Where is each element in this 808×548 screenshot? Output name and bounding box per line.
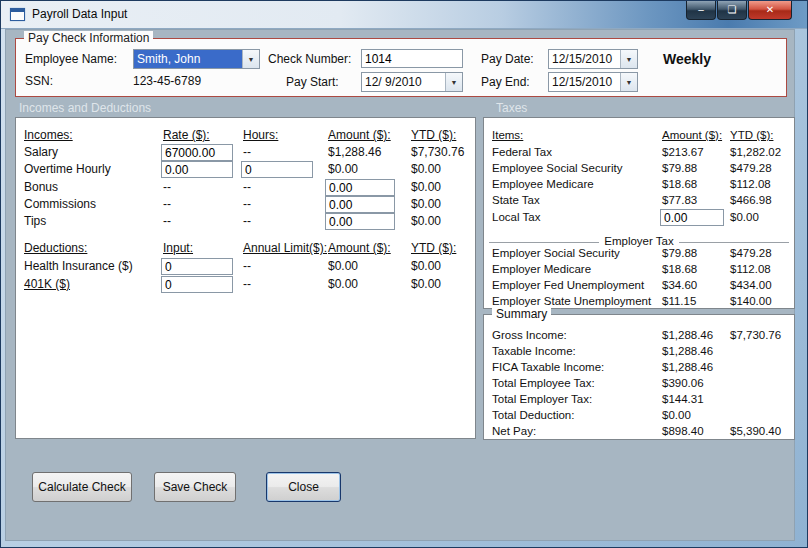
overtime-rate-input[interactable]: [161, 161, 233, 178]
tax-row-employer-medicare: Employer Medicare $18.68 $112.08: [484, 261, 794, 278]
summary-item: Total Employee Tax:: [492, 375, 595, 392]
window-title: Payroll Data Input: [32, 1, 127, 28]
tips-amount-input[interactable]: [325, 213, 395, 230]
income-rate: --: [163, 179, 171, 196]
deduction-row-401k: 401K ($) -- $0.00 $0.00: [16, 276, 475, 293]
retirement-401k-input[interactable]: [161, 276, 233, 293]
minimize-button[interactable]: –: [686, 1, 716, 20]
deduction-limit: --: [243, 276, 251, 293]
employee-name-label: Employee Name:: [25, 52, 117, 66]
tax-row-local: Local Tax $0.00: [484, 209, 794, 226]
tax-amount: $213.67: [662, 144, 704, 161]
annual-limit-col-header: Annual Limit($):: [243, 240, 327, 257]
taxes-panel: Items: Amount ($): YTD ($): Federal Tax …: [483, 117, 795, 309]
maximize-button[interactable]: ❏: [717, 1, 747, 20]
deduction-limit: --: [243, 258, 251, 275]
pay-end-picker[interactable]: 12/15/2010 ▼: [548, 72, 638, 92]
summary-item: Net Pay:: [492, 423, 536, 440]
income-name: Bonus: [24, 179, 58, 196]
summary-row-fica: FICA Taxable Income: $1,288.46: [484, 359, 794, 376]
summary-item: Gross Income:: [492, 327, 567, 344]
income-row-bonus: Bonus -- -- $0.00: [16, 179, 475, 196]
tax-row-employee-medicare: Employee Medicare $18.68 $112.08: [484, 176, 794, 193]
tax-ytd: $1,282.02: [730, 144, 781, 161]
pay-date-picker[interactable]: 12/15/2010 ▼: [548, 49, 638, 69]
income-row-commissions: Commissions -- -- $0.00: [16, 196, 475, 213]
minimize-icon: –: [698, 4, 704, 15]
summary-row-net-pay: Net Pay: $898.40 $5,390.40: [484, 423, 794, 440]
deduction-amount: $0.00: [328, 258, 358, 275]
summary-amount: $1,288.46: [662, 359, 713, 376]
tax-ytd: $479.28: [730, 245, 772, 262]
dialog-body: Pay Check Information Employee Name: Smi…: [5, 29, 795, 541]
summary-ytd: $5,390.40: [730, 423, 781, 440]
amount-col-header: Amount ($):: [662, 127, 722, 144]
close-icon: ✕: [766, 4, 774, 15]
summary-amount: $1,288.46: [662, 327, 713, 344]
summary-amount: $390.06: [662, 375, 704, 392]
pay-end-label: Pay End:: [481, 75, 530, 89]
calculate-check-button[interactable]: Calculate Check: [32, 472, 132, 502]
summary-row-employer-tax: Total Employer Tax: $144.31: [484, 391, 794, 408]
income-row-salary: Salary -- $1,288.46 $7,730.76: [16, 144, 475, 161]
tax-ytd: $140.00: [730, 293, 772, 310]
summary-row-employee-tax: Total Employee Tax: $390.06: [484, 375, 794, 392]
pay-start-picker[interactable]: 12/ 9/2010 ▼: [361, 72, 463, 92]
income-hours: --: [243, 144, 251, 161]
incomes-deductions-panel: Incomes: Rate ($): Hours: Amount ($): YT…: [15, 117, 476, 439]
employee-name-select[interactable]: Smith, John ▼: [133, 49, 260, 69]
summary-item: Total Employer Tax:: [492, 391, 592, 408]
tax-amount: $18.68: [662, 176, 697, 193]
tax-amount: $79.88: [662, 160, 697, 177]
tax-amount: $79.88: [662, 245, 697, 262]
taxes-section-header: Taxes: [496, 101, 527, 115]
summary-group-label: Summary: [492, 307, 551, 321]
paycheck-info-group: Pay Check Information Employee Name: Smi…: [15, 38, 787, 97]
health-insurance-input[interactable]: [161, 258, 233, 275]
deduction-amount: $0.00: [328, 276, 358, 293]
save-check-button[interactable]: Save Check: [154, 472, 236, 502]
pay-start-value: 12/ 9/2010: [362, 73, 445, 91]
income-name: Overtime Hourly: [24, 161, 111, 178]
tax-row-state: State Tax $77.83 $466.98: [484, 192, 794, 209]
incomes-section-header: Incomes and Deductions: [19, 101, 151, 115]
ssn-value: 123-45-6789: [133, 74, 201, 88]
items-col-header: Items:: [492, 127, 523, 144]
ytd-col-header: YTD ($):: [411, 240, 456, 257]
overtime-hours-input[interactable]: [241, 161, 313, 178]
income-ytd: $0.00: [411, 161, 441, 178]
tax-amount: $77.83: [662, 192, 697, 209]
chevron-down-icon[interactable]: ▼: [445, 73, 462, 91]
pay-frequency: Weekly: [663, 51, 711, 67]
title-bar[interactable]: Payroll Data Input – ❏ ✕: [1, 1, 808, 29]
check-number-input[interactable]: [361, 49, 463, 68]
income-rate: --: [163, 213, 171, 230]
tax-item: Employer Fed Unemployment: [492, 277, 644, 294]
summary-amount: $1,288.46: [662, 343, 713, 360]
ytd-col-header: YTD ($):: [411, 127, 456, 144]
commissions-amount-input[interactable]: [325, 196, 395, 213]
close-button[interactable]: Close: [266, 472, 341, 502]
tax-ytd: $0.00: [730, 209, 759, 226]
pay-date-value: 12/15/2010: [549, 50, 620, 68]
deduction-ytd: $0.00: [411, 276, 441, 293]
local-tax-input[interactable]: [660, 209, 724, 226]
summary-amount: $898.40: [662, 423, 704, 440]
close-window-button[interactable]: ✕: [748, 1, 792, 20]
income-row-overtime: Overtime Hourly $0.00 $0.00: [16, 161, 475, 178]
pay-date-label: Pay Date:: [481, 52, 534, 66]
deduction-name-401k-link[interactable]: 401K ($): [24, 276, 70, 293]
hours-col-header: Hours:: [243, 127, 278, 144]
summary-panel: Summary Gross Income: $1,288.46 $7,730.7…: [483, 314, 795, 440]
chevron-down-icon[interactable]: ▼: [242, 50, 259, 68]
chevron-down-icon[interactable]: ▼: [620, 50, 637, 68]
summary-amount: $144.31: [662, 391, 704, 408]
tax-row-federal: Federal Tax $213.67 $1,282.02: [484, 144, 794, 161]
salary-rate-input[interactable]: [161, 144, 233, 161]
income-name: Tips: [24, 213, 46, 230]
chevron-down-icon[interactable]: ▼: [620, 73, 637, 91]
bonus-amount-input[interactable]: [325, 179, 395, 196]
deduction-row-health: Health Insurance ($) -- $0.00 $0.00: [16, 258, 475, 275]
ytd-col-header: YTD ($):: [730, 127, 773, 144]
summary-amount: $0.00: [662, 407, 691, 424]
